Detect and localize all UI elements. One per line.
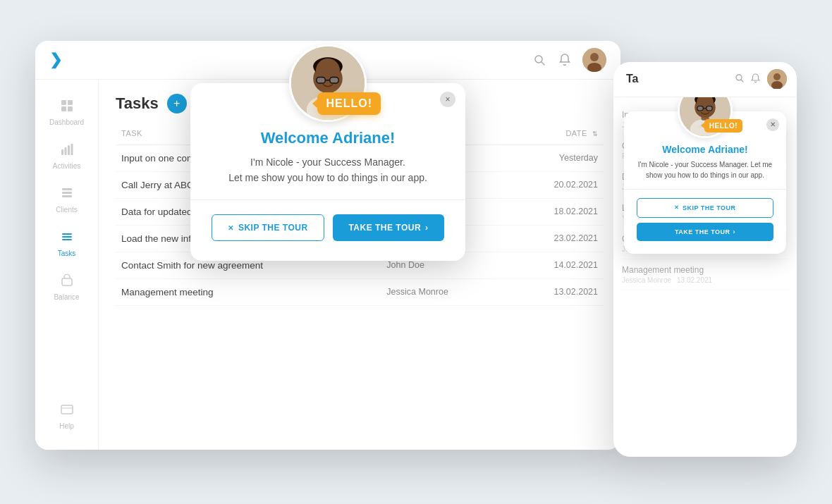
welcome-modal: × xyxy=(190,83,465,262)
sidebar-label-balance: Balance xyxy=(54,293,79,301)
dashboard-icon xyxy=(61,99,73,116)
svg-rect-7 xyxy=(61,106,66,111)
modal-avatar-wrap: HELLO! xyxy=(212,44,444,122)
task-date: 18.02.2021 xyxy=(508,198,604,225)
topbar-icons xyxy=(532,48,606,72)
hello-bubble: HELLO! xyxy=(317,92,381,115)
task-date: 14.02.2021 xyxy=(508,252,604,278)
help-icon xyxy=(61,403,73,419)
sidebar-label-clients: Clients xyxy=(56,206,78,214)
app-logo: ❯ xyxy=(49,51,62,69)
svg-rect-19 xyxy=(62,278,72,285)
sidebar-label-tasks: Tasks xyxy=(58,250,76,257)
mobile-welcome-card: ✕ xyxy=(624,111,786,254)
svg-rect-10 xyxy=(64,147,66,155)
modal-title: Welcome Adriane! xyxy=(212,129,444,147)
sidebar-item-balance[interactable]: Balance xyxy=(42,269,92,307)
mobile-modal-divider xyxy=(624,189,786,190)
svg-rect-13 xyxy=(62,188,72,190)
mobile-topbar: Ta xyxy=(613,62,797,97)
svg-rect-5 xyxy=(61,100,66,105)
search-icon[interactable] xyxy=(532,52,547,68)
sidebar-label-dashboard: Dashboard xyxy=(49,118,84,126)
svg-rect-9 xyxy=(61,149,63,155)
mobile-modal-overlay: ✕ xyxy=(613,97,797,457)
mobile-skip-tour-button[interactable]: ✕ SKIP THE TOUR xyxy=(637,198,773,218)
mobile-take-tour-button[interactable]: TAKE THE TOUR › xyxy=(637,223,773,241)
svg-rect-41 xyxy=(697,106,703,110)
user-avatar[interactable] xyxy=(582,48,606,72)
col-date-header: DATE ⇅ xyxy=(508,125,604,145)
sidebar-label-activities: Activities xyxy=(53,162,80,170)
bell-icon[interactable] xyxy=(557,52,573,68)
table-row: Management meeting Jessica Monroe 13.02.… xyxy=(116,278,604,305)
svg-rect-17 xyxy=(62,236,72,238)
sidebar-item-help[interactable]: Help xyxy=(42,398,92,436)
task-date: 13.02.2021 xyxy=(508,278,604,305)
tasks-icon xyxy=(61,231,73,247)
svg-rect-20 xyxy=(61,405,73,414)
svg-line-31 xyxy=(741,80,743,82)
svg-rect-6 xyxy=(68,100,73,105)
clients-icon xyxy=(61,187,73,203)
svg-line-1 xyxy=(542,62,544,65)
mobile-search-icon[interactable] xyxy=(735,73,744,85)
sidebar-label-help: Help xyxy=(59,422,74,430)
svg-rect-18 xyxy=(62,239,72,240)
task-date: Yesterday xyxy=(508,145,604,171)
svg-point-33 xyxy=(773,73,781,80)
mobile-skip-x-icon: ✕ xyxy=(674,204,680,211)
mobile-hello-bubble: HELLO! xyxy=(704,119,742,133)
sort-icon: ⇅ xyxy=(592,130,599,137)
mobile-modal-text: I'm Nicole - your Success Manager. Let m… xyxy=(637,159,773,180)
svg-rect-8 xyxy=(68,106,73,111)
mobile-chevron-right-icon: › xyxy=(733,228,736,235)
take-tour-button[interactable]: TAKE THE TOUR › xyxy=(333,214,444,241)
mobile-window: Ta xyxy=(613,62,797,457)
modal-divider xyxy=(190,199,465,200)
mobile-avatar-wrap: HELLO! xyxy=(637,97,773,138)
balance-icon xyxy=(61,274,73,290)
svg-rect-15 xyxy=(62,195,72,197)
svg-rect-11 xyxy=(68,145,70,155)
activities-icon xyxy=(61,143,73,159)
task-name: Management meeting xyxy=(116,278,381,305)
mobile-bell-icon[interactable] xyxy=(751,73,760,85)
mobile-content: Inp Joh Ca Pa... Da Jes... Lo Y xyxy=(613,97,797,457)
skip-x-icon: ✕ xyxy=(228,224,234,232)
svg-rect-14 xyxy=(62,192,72,194)
task-date: 20.02.2021 xyxy=(508,171,604,198)
modal-buttons: ✕ SKIP THE TOUR TAKE THE TOUR › xyxy=(212,214,444,241)
svg-rect-16 xyxy=(62,233,72,235)
task-assignee: Jessica Monroe xyxy=(381,278,507,305)
skip-tour-button[interactable]: ✕ SKIP THE TOUR xyxy=(212,214,324,241)
modal-subtitle: I'm Nicole - your Success Manager.Let me… xyxy=(212,154,444,186)
sidebar-item-tasks[interactable]: Tasks xyxy=(42,225,92,263)
sidebar-item-clients[interactable]: Clients xyxy=(42,181,92,219)
task-date: 23.02.2021 xyxy=(508,225,604,252)
mobile-title: Ta xyxy=(626,73,735,85)
svg-rect-12 xyxy=(71,144,73,155)
svg-rect-27 xyxy=(317,77,325,83)
mobile-topbar-icons xyxy=(735,69,787,89)
svg-rect-42 xyxy=(706,106,712,110)
mobile-modal-title: Welcome Adriane! xyxy=(637,144,773,155)
sidebar-item-dashboard[interactable]: Dashboard xyxy=(42,94,92,132)
sidebar-item-activities[interactable]: Activities xyxy=(42,137,92,176)
mobile-user-avatar[interactable] xyxy=(767,69,787,89)
new-task-plus-icon: + xyxy=(167,94,187,113)
desktop-sidebar: Dashboard Activities xyxy=(35,80,99,450)
chevron-right-icon: › xyxy=(425,223,429,233)
svg-rect-28 xyxy=(330,77,338,83)
tasks-title: Tasks xyxy=(116,94,159,113)
svg-point-3 xyxy=(590,53,599,61)
